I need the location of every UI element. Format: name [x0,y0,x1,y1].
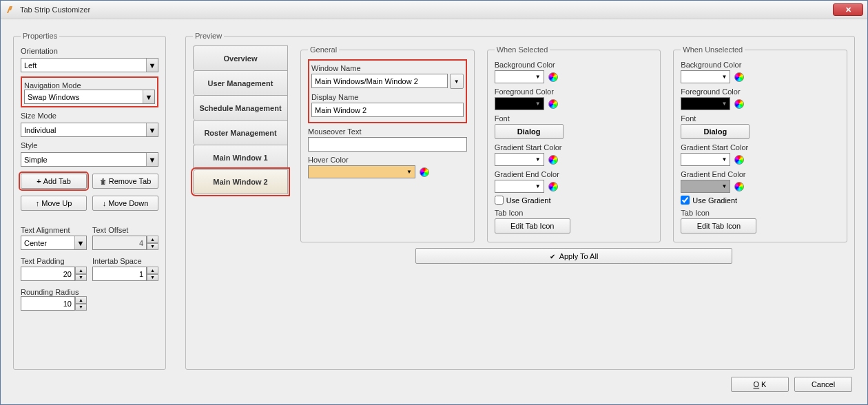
spinner-down-icon[interactable]: ▼ [147,243,158,251]
chevron-down-icon: ▼ [535,101,541,107]
color-wheel-icon[interactable] [734,99,744,109]
dialog-body: Properties Orientation Left ▼ Navigation… [1,19,867,404]
chevron-down-icon: ▼ [535,183,541,189]
general-panel: General Window Name ▼ [300,45,475,242]
unselected-bg-color-picker[interactable]: ▼ [681,70,730,83]
color-wheel-icon[interactable] [734,155,744,165]
rounding-input[interactable] [21,296,75,311]
selected-legend: When Selected [495,45,550,54]
selected-grad-start-picker[interactable]: ▼ [495,153,544,166]
ok-button[interactable]: OK [731,377,789,392]
selected-edit-icon-button[interactable]: Edit Tab Icon [495,218,570,233]
size-mode-select[interactable]: Individual [21,123,158,137]
window-name-input[interactable] [311,74,448,88]
text-alignment-select[interactable]: Center [21,236,87,250]
unselected-tab-icon-label: Tab Icon [681,209,840,217]
color-wheel-icon[interactable] [548,99,558,109]
dialog-footer: OK Cancel [13,370,855,392]
text-padding-input[interactable] [21,267,75,281]
nav-mode-select[interactable]: Swap Windows [24,90,155,104]
unselected-grad-start-picker[interactable]: ▼ [681,153,730,166]
unselected-bg-label: Background Color [681,61,840,69]
selected-font-button[interactable]: Dialog [495,124,564,139]
window-name-dropdown-button[interactable]: ▼ [450,74,464,89]
hover-color-label: Hover Color [308,156,467,164]
preview-tab[interactable]: Overview [193,45,288,70]
selected-grad-end-picker[interactable]: ▼ [495,180,544,193]
close-icon: ✕ [845,6,851,14]
add-tab-button[interactable]: +Add Tab [21,174,87,189]
chevron-down-icon: ▼ [454,79,459,85]
unselected-legend: When Unselected [681,45,745,54]
text-offset-spinner[interactable]: ▲▼ [92,236,158,250]
unselected-font-label: Font [681,114,840,123]
preview-tab[interactable]: Schedule Management [193,95,288,120]
chevron-down-icon: ▼ [406,169,412,175]
color-wheel-icon[interactable] [548,182,558,191]
properties-legend: Properties [21,32,59,40]
mouseover-input[interactable] [308,137,467,152]
color-wheel-icon[interactable] [420,167,429,177]
preview-tab-selected[interactable]: Main Window 2 [193,169,288,194]
spinner-down-icon[interactable]: ▼ [147,274,158,282]
arrow-down-icon [103,199,107,207]
move-up-button[interactable]: Move Up [21,196,87,211]
spinner-up-icon[interactable]: ▲ [75,267,87,274]
spinner-up-icon[interactable]: ▲ [147,267,158,274]
preview-legend: Preview [193,32,224,40]
remove-tab-button[interactable]: Remove Tab [92,174,158,189]
general-legend: General [308,45,339,54]
spinner-up-icon[interactable]: ▲ [75,296,87,304]
preview-tab[interactable]: Roster Management [193,120,288,145]
chevron-down-icon: ▼ [721,156,727,163]
intertab-spinner[interactable]: ▲▼ [92,267,158,281]
spinner-up-icon[interactable]: ▲ [147,236,158,243]
unselected-grad-end-label: Gradient End Color [681,170,840,178]
text-offset-label: Text Offset [92,226,158,234]
selected-grad-start-label: Gradient Start Color [495,143,654,152]
unselected-use-gradient-label: Use Gradient [692,196,737,205]
unselected-fg-label: Foreground Color [681,87,840,96]
selected-fg-color-picker[interactable]: ▼ [495,97,544,110]
selected-bg-label: Background Color [495,61,654,69]
unselected-grad-end-picker[interactable]: ▼ [681,180,730,193]
check-icon [550,252,557,260]
selected-panel: When Selected Background Color ▼ Foregro… [487,45,661,242]
color-wheel-icon[interactable] [548,155,558,165]
plus-icon: + [37,177,41,185]
color-wheel-icon[interactable] [548,72,558,82]
selected-bg-color-picker[interactable]: ▼ [495,70,544,83]
style-label: Style [21,141,158,149]
unselected-use-gradient-checkbox[interactable] [681,196,690,205]
move-down-button[interactable]: Move Down [92,196,158,211]
selected-use-gradient-checkbox[interactable] [495,196,504,205]
spinner-down-icon[interactable]: ▼ [75,304,87,311]
preview-tab[interactable]: Main Window 1 [193,145,288,169]
display-name-input[interactable] [311,103,464,117]
selected-fg-label: Foreground Color [495,87,654,96]
text-padding-spinner[interactable]: ▲▼ [21,267,87,281]
spinner-down-icon[interactable]: ▼ [75,274,87,282]
color-wheel-icon[interactable] [734,72,744,82]
unselected-grad-start-label: Gradient Start Color [681,143,840,152]
color-wheel-icon[interactable] [734,182,744,191]
apply-to-all-button[interactable]: Apply To All [415,248,732,264]
text-padding-label: Text Padding [21,257,87,265]
unselected-font-button[interactable]: Dialog [681,124,750,139]
unselected-fg-color-picker[interactable]: ▼ [681,97,730,110]
unselected-edit-icon-button[interactable]: Edit Tab Icon [681,218,756,233]
arrow-up-icon [36,199,40,207]
text-offset-input[interactable] [92,236,147,250]
rounding-spinner[interactable]: ▲▼ [21,296,87,311]
app-icon [5,4,16,15]
unselected-panel: When Unselected Background Color ▼ Foreg… [673,45,847,242]
style-select[interactable]: Simple [21,152,158,167]
cancel-button[interactable]: Cancel [794,377,852,392]
preview-tab[interactable]: User Management [193,70,288,95]
nav-mode-label: Navigation Mode [24,81,155,90]
chevron-down-icon: ▼ [535,74,541,80]
hover-color-picker[interactable]: ▼ [308,165,415,178]
close-button[interactable]: ✕ [833,3,863,16]
intertab-input[interactable] [92,267,147,281]
orientation-select[interactable]: Left [21,58,158,72]
